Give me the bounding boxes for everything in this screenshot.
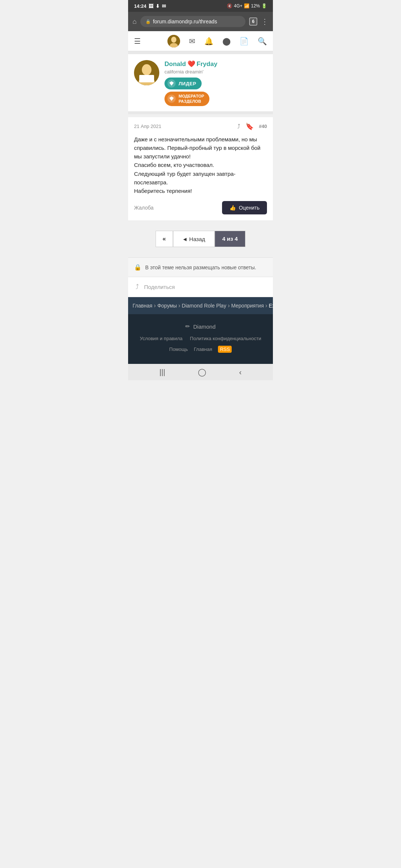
footer-bottom-links: Помощь Главная RSS [134,346,267,353]
post-meta: 21 Апр 2021 ⤴ 🔖 #40 [134,122,267,131]
thumbs-up-icon: 👍 [229,205,236,211]
browser-bar: ⌂ 🔒 forum.diamondrp.ru/threads 6 ⋮ [128,12,273,31]
moderator-label: МОДЕРАТОР РАЗДЕЛОВ [179,93,204,104]
breadcrumb-events[interactable]: Мероприятия [231,303,264,309]
complaint-button[interactable]: Жалоба [134,205,153,211]
status-indicators: 🔇 4G+ 📶 12% 🔋 [227,3,267,9]
lock-icon: 🔒 [146,19,151,24]
rate-button[interactable]: 👍 Оценить [222,201,267,214]
svg-marker-8 [169,96,174,101]
badge-moderator: МОДЕРАТОР РАЗДЕЛОВ [164,92,209,106]
post-action-icons: ⤴ 🔖 #40 [237,122,267,131]
breadcrumb: Главная › Форумы › Diamond Role Play › М… [128,297,273,314]
help-link[interactable]: Помощь [169,346,188,352]
privacy-link[interactable]: Политика конфиденциальности [190,336,261,341]
lock-notice-icon: 🔒 [134,264,141,271]
browser-menu-button[interactable]: ⋮ [261,17,268,26]
pagination-current-page: 4 из 4 [215,231,246,247]
breadcrumb-current-label: Ex... [269,303,273,309]
nav-center-icons: ✉ 🔔 ⬤ 📄 🔍 [167,35,267,47]
footer-brand: ✏ Diamond [134,323,267,330]
breadcrumb-forums[interactable]: Форумы [157,303,177,309]
mute-icon: 🔇 [227,3,232,9]
bookmark-icon[interactable]: 🔖 [245,122,254,131]
user-subtitle: california dreamin' [164,69,267,75]
time-display: 14:24 [134,3,146,9]
rss-icon[interactable]: RSS [218,346,232,353]
svg-marker-7 [169,81,174,86]
search-icon[interactable]: 🔍 [258,37,267,46]
user-avatar [134,60,159,85]
android-back-button[interactable]: ‹ [239,368,242,377]
android-nav-bar: ||| ◯ ‹ [128,364,273,380]
pagination-first-button[interactable]: « [156,231,173,247]
user-badges: ЛИДЕР МОДЕРАТОР РАЗДЕЛОВ [164,78,267,106]
user-info: Donald ❤️ Fryday california dreamin' ЛИД… [164,60,267,106]
signal-strength: 4G+ [234,3,242,9]
battery-indicator: 12% [251,3,260,9]
nav-bar: ☰ ✉ 🔔 ⬤ 📄 🔍 [128,31,273,51]
url-text: forum.diamondrp.ru/threads [153,19,217,24]
hamburger-menu-icon[interactable]: ☰ [134,37,141,46]
share-section[interactable]: ⤴ Поделиться [128,277,273,297]
separator-1 [128,51,273,54]
android-home-button[interactable]: ◯ [198,368,206,377]
name-second: Fryday [197,60,218,68]
badge-lider: ЛИДЕР [164,78,202,89]
breadcrumb-diamond[interactable]: Diamond Role Play [182,303,226,309]
breadcrumb-home[interactable]: Главная [133,303,152,309]
svg-point-1 [171,37,176,43]
lock-notice-text: В этой теме нельзя размещать новые ответ… [145,264,256,270]
toggle-icon[interactable]: ⬤ [222,37,231,46]
post-number: #40 [259,124,267,129]
pagination-section: « ◄ Назад 4 из 4 [128,223,273,254]
lider-diamond-icon [167,79,176,88]
footer-links: Условия и правила Политика конфиденциаль… [134,336,267,341]
footer: ✏ Diamond Условия и правила Политика кон… [128,314,273,364]
status-time: 14:24 🖼 ⬇ ✉ [134,3,166,9]
terms-link[interactable]: Условия и правила [140,336,183,341]
pencil-icon: ✏ [185,323,190,330]
mail-icon[interactable]: ✉ [189,37,195,46]
breadcrumb-forums-label: Форумы [157,303,177,309]
post-footer: Жалоба 👍 Оценить [134,201,267,214]
svg-point-4 [142,64,151,75]
breadcrumb-diamond-label: Diamond Role Play [182,303,226,309]
share-post-icon[interactable]: ⤴ [237,123,240,130]
signal-bars: 📶 [244,3,250,9]
post-section: 21 Апр 2021 ⤴ 🔖 #40 Даже и с незначитель… [128,117,273,221]
heart-icon: ❤️ [188,60,195,68]
user-card: Donald ❤️ Fryday california dreamin' ЛИД… [128,54,273,111]
home-link[interactable]: Главная [194,346,212,352]
post-date: 21 Апр 2021 [134,124,162,129]
status-bar: 14:24 🖼 ⬇ ✉ 🔇 4G+ 📶 12% 🔋 [128,0,273,12]
post-text: Даже и с незначительными проблемами, но … [134,135,267,195]
bell-icon[interactable]: 🔔 [204,37,213,46]
share-label: Поделиться [144,284,175,290]
nav-avatar[interactable] [167,35,180,47]
username: Donald ❤️ Fryday [164,60,267,68]
mod-diamond-icon [167,95,176,103]
tab-count-badge[interactable]: 6 [249,17,257,26]
status-image-icon: 🖼 [149,3,153,9]
android-recent-apps-button[interactable]: ||| [159,368,165,377]
home-button[interactable]: ⌂ [133,18,137,26]
lider-label: ЛИДЕР [179,81,196,86]
footer-brand-name: Diamond [193,323,215,330]
breadcrumb-events-label: Мероприятия [231,303,264,309]
lock-notice: 🔒 В этой теме нельзя размещать новые отв… [128,257,273,277]
separator-2 [128,111,273,114]
svg-rect-6 [139,75,154,82]
breadcrumb-current: Ex... [269,303,273,309]
status-email-icon: ✉ [162,3,166,9]
url-bar[interactable]: 🔒 forum.diamondrp.ru/threads [140,16,245,27]
name-first: Donald [164,60,186,68]
breadcrumb-home-label: Главная [133,303,152,309]
pagination-back-button[interactable]: ◄ Назад [173,231,215,247]
share-icon: ⤴ [136,283,139,291]
status-download-icon: ⬇ [156,3,160,9]
document-icon[interactable]: 📄 [239,37,249,46]
battery-icon: 🔋 [261,3,267,9]
rate-label: Оценить [239,205,260,211]
